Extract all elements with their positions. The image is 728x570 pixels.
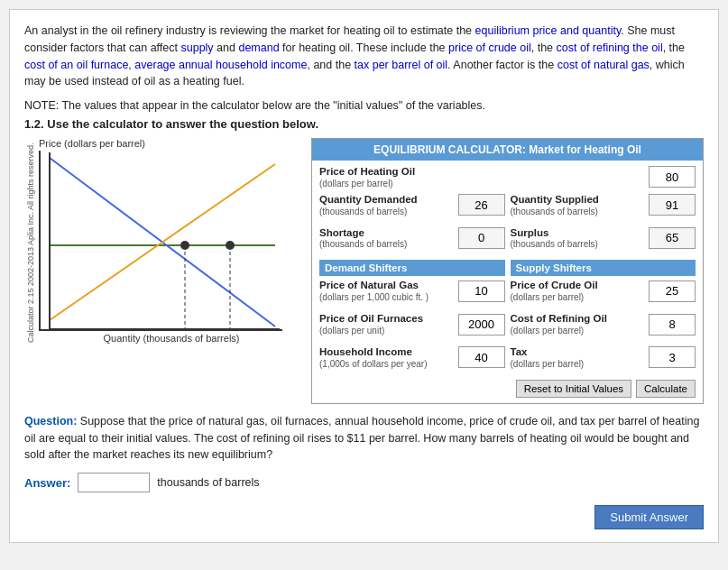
natural-gas-input[interactable] xyxy=(458,280,505,302)
crude-oil-input[interactable] xyxy=(649,280,696,302)
qty-demanded-input xyxy=(458,194,505,216)
crude-oil-col: Price of Crude Oil (dollars per barrel) xyxy=(511,280,696,308)
surplus-field: Surplus (thousands of barrels) xyxy=(511,227,645,250)
answer-input[interactable] xyxy=(78,473,150,492)
qty-supplied-col: Quantity Supplied (thousands of barrels) xyxy=(511,194,696,222)
tax-field: Tax (dollars per barrel) xyxy=(511,346,645,369)
surplus-label: Surplus xyxy=(511,227,645,240)
household-income-input[interactable] xyxy=(458,346,505,368)
question-text: Suppose that the price of natural gas, o… xyxy=(24,415,699,462)
calculate-button[interactable]: Calculate xyxy=(636,380,696,398)
qty-demanded-field: Quantity Demanded (thousands of barrels) xyxy=(319,194,454,216)
surplus-item: Surplus (thousands of barrels) xyxy=(511,227,696,250)
refining-oil-label: Cost of Refining Oil xyxy=(511,313,645,326)
price-heating-oil-input[interactable] xyxy=(649,166,696,188)
household-income-label: Household Income xyxy=(319,346,454,359)
oil-furnaces-input[interactable] xyxy=(458,314,505,336)
answer-row: Answer: thousands of barrels xyxy=(24,473,704,492)
qty-supplied-item: Quantity Supplied (thousands of barrels) xyxy=(511,194,696,216)
surplus-input xyxy=(649,227,696,249)
graph-container: Calculator 2.15 2002-2013 Aplia Inc. All… xyxy=(24,138,304,404)
tax-label: Tax xyxy=(511,346,645,359)
submit-button[interactable]: Submit Answer xyxy=(594,505,704,529)
crude-oil-field: Price of Crude Oil (dollars per barrel) xyxy=(511,280,645,302)
question-number-label: 1.2. Use the calculator to answer the qu… xyxy=(24,117,704,131)
svg-point-16 xyxy=(180,241,189,250)
qty-supplied-input xyxy=(649,194,696,216)
question-label: Question: xyxy=(24,415,77,428)
qty-supplied-sublabel: (thousands of barrels) xyxy=(511,207,645,216)
household-income-col: Household Income (1,000s of dollars per … xyxy=(319,346,505,374)
shortage-label: Shortage xyxy=(319,227,454,240)
tax-col: Tax (dollars per barrel) xyxy=(511,346,696,374)
household-income-field: Household Income (1,000s of dollars per … xyxy=(319,346,454,369)
question-section: Question: Suppose that the price of natu… xyxy=(24,413,704,464)
refining-oil-sublabel: (dollars per barrel) xyxy=(511,326,645,336)
income-tax-row: Household Income (1,000s of dollars per … xyxy=(319,346,696,374)
natural-gas-col: Price of Natural Gas (dollars per 1,000 … xyxy=(319,280,505,308)
price-heating-oil-sublabel: (dollars per barrel) xyxy=(319,179,641,188)
graph-y-label: Price (dollars per barrel) xyxy=(39,138,304,149)
crude-oil-item: Price of Crude Oil (dollars per barrel) xyxy=(511,280,696,302)
refining-oil-input[interactable] xyxy=(649,314,696,336)
tax-sublabel: (dollars per barrel) xyxy=(511,359,645,369)
tax-input[interactable] xyxy=(649,346,696,368)
natural-gas-sublabel: (dollars per 1,000 cubic ft. ) xyxy=(319,292,454,302)
shortage-input xyxy=(458,227,505,249)
natural-gas-label: Price of Natural Gas xyxy=(319,280,454,292)
answer-label: Answer: xyxy=(24,476,70,490)
answer-unit: thousands of barrels xyxy=(157,476,259,489)
refining-oil-col: Cost of Refining Oil (dollars per barrel… xyxy=(511,313,696,341)
graph-x-label: Quantity (thousands of barrels) xyxy=(39,333,304,344)
qty-row: Quantity Demanded (thousands of barrels)… xyxy=(319,194,696,222)
crude-oil-sublabel: (dollars per barrel) xyxy=(511,292,645,302)
demand-shifters-header: Demand Shifters xyxy=(319,260,505,276)
oil-furnaces-label: Price of Oil Furnaces xyxy=(319,313,454,326)
intro-paragraph: An analyst in the oil refinery industry … xyxy=(24,23,704,90)
price-heating-oil-row: Price of Heating Oil (dollars per barrel… xyxy=(319,166,696,188)
surplus-col: Surplus (thousands of barrels) xyxy=(511,227,696,255)
graph-inner: Price (dollars per barrel) 160 120 80 40… xyxy=(39,138,304,344)
shifters-header-row: Demand Shifters Supply Shifters xyxy=(319,260,696,276)
supply-shifters-header: Supply Shifters xyxy=(511,260,696,276)
shortage-col: Shortage (thousands of barrels) xyxy=(319,227,505,255)
oil-furnaces-sublabel: (dollars per unit) xyxy=(319,326,454,336)
equilibrium-chart: 160 120 80 40 0 0 20 40 60 80 100 xyxy=(39,151,282,331)
shortage-sublabel: (thousands of barrels) xyxy=(319,239,454,249)
natural-gas-item: Price of Natural Gas (dollars per 1,000 … xyxy=(319,280,505,302)
main-section: Calculator 2.15 2002-2013 Aplia Inc. All… xyxy=(24,138,704,404)
intro-text: An analyst in the oil refinery industry … xyxy=(24,24,685,87)
shortage-item: Shortage (thousands of barrels) xyxy=(319,227,505,250)
price-heating-oil-label: Price of Heating Oil xyxy=(319,166,641,179)
page-container: An analyst in the oil refinery industry … xyxy=(9,9,719,543)
qty-demanded-sublabel: (thousands of barrels) xyxy=(319,207,454,216)
calculator-body: Price of Heating Oil (dollars per barrel… xyxy=(312,161,703,403)
action-buttons-row: Reset to Initial Values Calculate xyxy=(319,380,696,398)
qty-demanded-item: Quantity Demanded (thousands of barrels) xyxy=(319,194,505,216)
oil-furnaces-field: Price of Oil Furnaces (dollars per unit) xyxy=(319,313,454,336)
qty-demanded-col: Quantity Demanded (thousands of barrels) xyxy=(319,194,505,222)
calculator-header: EQUILIBRIUM CALCULATOR: Market for Heati… xyxy=(312,139,703,161)
qty-supplied-field: Quantity Supplied (thousands of barrels) xyxy=(511,194,645,216)
natural-gas-crude-oil-row: Price of Natural Gas (dollars per 1,000 … xyxy=(319,280,696,308)
furnaces-refining-row: Price of Oil Furnaces (dollars per unit)… xyxy=(319,313,696,341)
qty-supplied-label: Quantity Supplied xyxy=(511,194,645,207)
tax-item: Tax (dollars per barrel) xyxy=(511,346,696,369)
natural-gas-field: Price of Natural Gas (dollars per 1,000 … xyxy=(319,280,454,302)
svg-line-13 xyxy=(50,164,275,320)
household-income-item: Household Income (1,000s of dollars per … xyxy=(319,346,505,369)
sidebar-copyright: Calculator 2.15 2002-2013 Aplia Inc. All… xyxy=(24,138,37,404)
surplus-sublabel: (thousands of barrels) xyxy=(511,239,645,249)
reset-button[interactable]: Reset to Initial Values xyxy=(516,380,631,398)
price-heating-oil-field: Price of Heating Oil (dollars per barrel… xyxy=(319,166,641,188)
crude-oil-label: Price of Crude Oil xyxy=(511,280,645,292)
oil-furnaces-col: Price of Oil Furnaces (dollars per unit) xyxy=(319,313,505,341)
submit-area: Submit Answer xyxy=(24,505,704,529)
shortage-surplus-row: Shortage (thousands of barrels) Surplus … xyxy=(319,227,696,255)
refining-oil-item: Cost of Refining Oil (dollars per barrel… xyxy=(511,313,696,336)
oil-furnaces-item: Price of Oil Furnaces (dollars per unit) xyxy=(319,313,505,336)
note-text: NOTE: The values that appear in the calc… xyxy=(24,99,704,112)
equilibrium-calculator: EQUILIBRIUM CALCULATOR: Market for Heati… xyxy=(311,138,704,404)
svg-point-17 xyxy=(226,241,235,250)
refining-oil-field: Cost of Refining Oil (dollars per barrel… xyxy=(511,313,645,336)
